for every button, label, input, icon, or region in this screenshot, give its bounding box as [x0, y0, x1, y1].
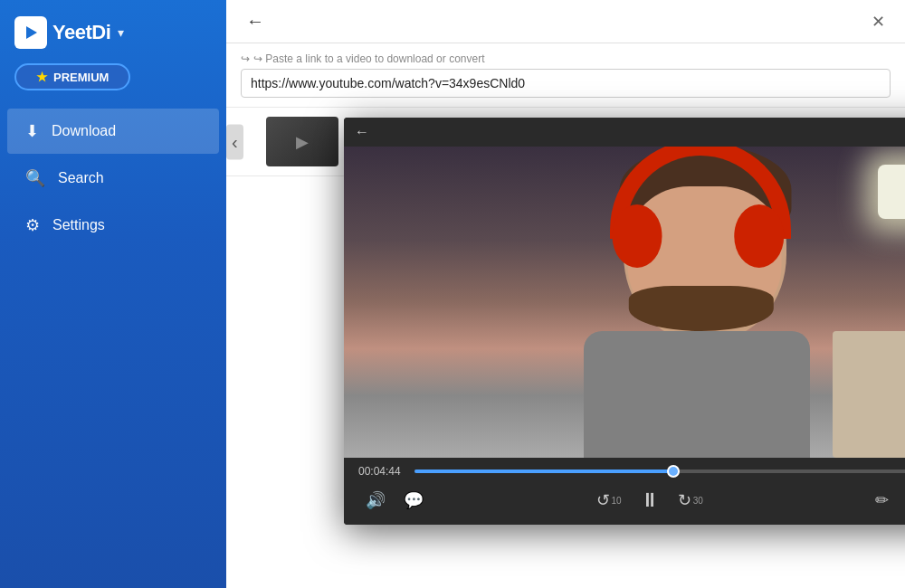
- subtitles-icon: 💬: [404, 490, 424, 510]
- url-hint-text: ↪ Paste a link to a video to download or…: [253, 52, 484, 65]
- video-player: ← ─ □ ✕: [344, 118, 905, 525]
- link-icon: ↪: [241, 52, 250, 65]
- sidebar-item-download[interactable]: ⬇ Download: [7, 109, 219, 154]
- volume-button[interactable]: 🔊: [358, 487, 393, 514]
- player-titlebar: ← ─ □ ✕: [344, 118, 905, 147]
- progress-container: 00:04:44 00:09:05: [358, 458, 905, 481]
- video-area: [344, 147, 905, 458]
- progress-fill: [414, 469, 673, 473]
- download-icon: ⬇: [25, 121, 39, 141]
- player-controls: 00:04:44 00:09:05 🔊 💬 ↺ 10: [344, 458, 905, 525]
- forward-button[interactable]: ↻ 30: [671, 487, 710, 514]
- search-icon: 🔍: [25, 168, 45, 188]
- logo-dropdown-arrow[interactable]: ▾: [118, 25, 124, 40]
- rewind-label: 10: [612, 496, 622, 506]
- url-area: ↪ ↪ Paste a link to a video to download …: [226, 43, 905, 108]
- svg-marker-0: [26, 26, 37, 39]
- person-figure: [516, 147, 878, 458]
- rewind-button[interactable]: ↺ 10: [589, 487, 629, 514]
- body: [584, 331, 810, 458]
- forward-icon: ↻: [678, 490, 691, 510]
- logo-text: YeetDi: [52, 21, 110, 44]
- screen-button[interactable]: ▬: [900, 488, 905, 514]
- nav-download-label: Download: [52, 123, 116, 139]
- play-pause-button[interactable]: ⏸: [633, 485, 667, 516]
- close-button-top[interactable]: ✕: [866, 10, 891, 33]
- nav-settings-label: Settings: [52, 217, 105, 233]
- top-bar: ← ✕: [226, 0, 905, 43]
- app-logo: YeetDi ▾: [0, 0, 138, 60]
- play-pause-icon: ⏸: [640, 488, 660, 512]
- premium-label: PREMIUM: [53, 71, 109, 84]
- url-hint: ↪ ↪ Paste a link to a video to download …: [241, 52, 891, 65]
- sidebar-item-settings[interactable]: ⚙ Settings: [7, 203, 219, 248]
- progress-thumb[interactable]: [667, 465, 680, 478]
- subtitles-button[interactable]: 💬: [396, 487, 431, 514]
- video-thumbnail: ▶: [266, 117, 338, 166]
- back-button[interactable]: ←: [241, 9, 270, 33]
- nav-search-label: Search: [58, 170, 104, 186]
- settings-icon: ⚙: [25, 215, 40, 235]
- logo-icon: [14, 16, 47, 49]
- premium-badge[interactable]: ★ PREMIUM: [14, 63, 130, 90]
- headphone-cup-left: [613, 204, 662, 268]
- sidebar-nav: ⬇ Download 🔍 Search ⚙ Settings: [0, 109, 226, 248]
- time-current: 00:04:44: [358, 465, 405, 478]
- video-frame: [344, 147, 905, 458]
- rewind-icon: ↺: [596, 490, 610, 510]
- edit-button[interactable]: ✏: [868, 487, 896, 514]
- controls-row: 🔊 💬 ↺ 10 ⏸ ↻ 30: [358, 481, 905, 516]
- edit-icon: ✏: [875, 490, 889, 510]
- forward-label: 30: [693, 496, 703, 506]
- star-icon: ★: [36, 70, 48, 84]
- headphone-cup-right: [734, 204, 784, 268]
- sidebar-item-search[interactable]: 🔍 Search: [7, 156, 219, 201]
- beard: [629, 286, 774, 331]
- bg-studio-light: [878, 165, 905, 219]
- url-input[interactable]: [241, 69, 891, 98]
- volume-icon: 🔊: [366, 490, 386, 510]
- progress-bar[interactable]: [414, 469, 905, 473]
- main-content: ← ✕ ↪ ↪ Paste a link to a video to downl…: [226, 0, 905, 588]
- player-back-button[interactable]: ←: [355, 124, 369, 140]
- sidebar: YeetDi ▾ ★ PREMIUM ⬇ Download 🔍 Search ⚙…: [0, 0, 226, 588]
- prev-arrow[interactable]: ‹: [226, 124, 243, 159]
